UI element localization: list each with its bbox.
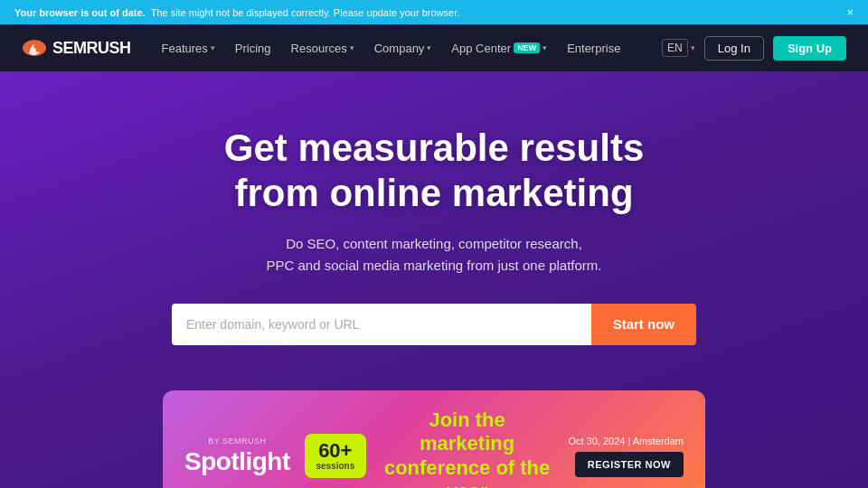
sessions-count: 60+ <box>316 441 355 461</box>
spotlight-left: by Semrush Spotlight <box>184 436 290 476</box>
chevron-down-icon: ▾ <box>211 43 215 52</box>
chevron-down-icon: ▾ <box>350 43 354 52</box>
chevron-down-icon: ▾ <box>691 43 695 52</box>
warning-close-button[interactable]: × <box>846 5 854 19</box>
hero-headline: Get measurable results from online marke… <box>18 126 850 217</box>
spotlight-cta-text: Join the marketing conference of the yea… <box>381 408 554 488</box>
spotlight-by-label: by Semrush <box>184 436 290 446</box>
signup-button[interactable]: Sign Up <box>773 36 846 61</box>
search-input[interactable] <box>172 304 591 345</box>
spotlight-cta: Join the marketing conference of the yea… <box>381 408 554 488</box>
login-button[interactable]: Log In <box>704 36 764 61</box>
main-nav: SEMRUSH Features ▾ Pricing Resources ▾ C… <box>0 24 868 71</box>
hero-subtext: Do SEO, content marketing, competitor re… <box>18 233 850 277</box>
spotlight-right: Oct 30, 2024 | Amsterdam REGISTER NOW <box>568 436 684 477</box>
nav-enterprise[interactable]: Enterprise <box>558 36 629 61</box>
spotlight-banner: by Semrush Spotlight 60+ sessions Join t… <box>163 390 705 488</box>
nav-links: Features ▾ Pricing Resources ▾ Company ▾… <box>153 36 663 61</box>
spotlight-title: Spotlight <box>184 447 290 476</box>
nav-resources[interactable]: Resources ▾ <box>282 36 363 61</box>
spotlight-date: Oct 30, 2024 | Amsterdam <box>568 436 684 446</box>
language-selector[interactable]: EN ▾ <box>662 39 695 57</box>
nav-company[interactable]: Company ▾ <box>365 36 441 61</box>
register-now-button[interactable]: REGISTER NOW <box>575 452 684 477</box>
nav-right: EN ▾ Log In Sign Up <box>662 36 846 61</box>
logo[interactable]: SEMRUSH <box>22 39 131 58</box>
warning-bold-text: Your browser is out of date. <box>14 7 146 18</box>
semrush-logo-icon <box>22 39 47 57</box>
start-now-button[interactable]: Start now <box>591 304 696 345</box>
browser-warning-bar: Your browser is out of date. The site mi… <box>0 0 868 24</box>
hero-section: Get measurable results from online marke… <box>0 71 868 488</box>
semrush-wordmark: SEMRUSH <box>52 39 131 58</box>
chevron-down-icon: ▾ <box>427 43 431 52</box>
sessions-label: sessions <box>316 461 355 471</box>
sessions-badge: 60+ sessions <box>305 434 366 478</box>
search-bar: Start now <box>172 304 696 345</box>
warning-rest-text: The site might not be displayed correctl… <box>151 7 460 18</box>
chevron-down-icon: ▾ <box>542 43 547 52</box>
nav-features[interactable]: Features ▾ <box>153 36 224 61</box>
nav-pricing[interactable]: Pricing <box>226 36 280 61</box>
nav-appcenter[interactable]: App Center new ▾ <box>442 36 556 61</box>
